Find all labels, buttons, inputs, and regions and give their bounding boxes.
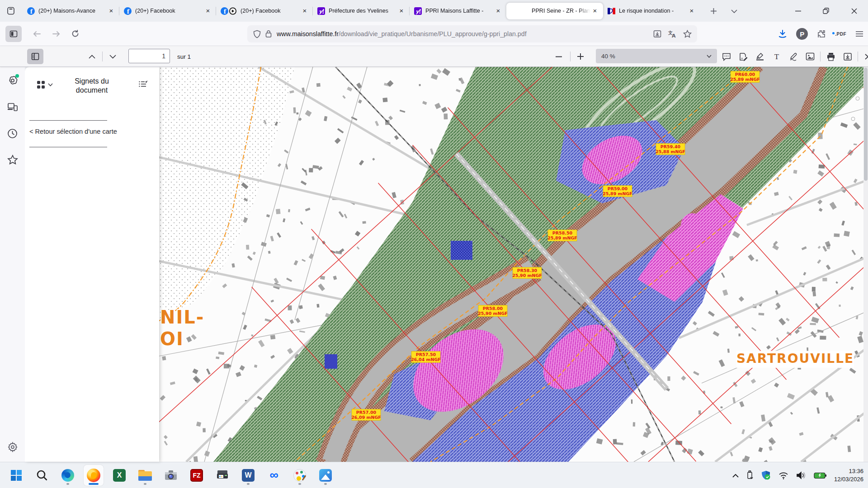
tab-close-icon[interactable]: × [494, 6, 503, 15]
bookmarks-star-icon[interactable] [5, 152, 20, 167]
back-icon[interactable] [29, 26, 45, 42]
panel-header: Signets du document [25, 76, 159, 108]
synced-tabs-icon[interactable] [5, 99, 20, 115]
taskbar-clock[interactable]: 13:36 12/03/2026 [834, 467, 863, 483]
print-icon[interactable] [822, 49, 839, 64]
url-text[interactable]: www.maisonslaffitte.fr/download/vie_prat… [277, 30, 653, 38]
chatgpt-icon[interactable] [5, 73, 20, 89]
pdf-extension-icon[interactable]: .PDF [835, 32, 846, 37]
tab-close-icon[interactable]: × [590, 6, 599, 15]
window-minimize-icon[interactable] [784, 0, 812, 22]
windows-taskbar: XFZW∞ 13:36 12/03/2026 [0, 462, 868, 488]
scrollbar-thumb[interactable] [864, 68, 868, 181]
outline-list-icon[interactable] [138, 80, 148, 89]
download-pdf-icon[interactable] [839, 49, 856, 64]
tab-label: Le risque inondation - [619, 8, 687, 14]
taskbar-firefox-icon[interactable] [84, 465, 104, 486]
taskbar-meta-icon[interactable]: ∞ [264, 465, 284, 486]
volume-icon[interactable] [796, 471, 806, 479]
tab-4[interactable]: yPPRI Maisons Laffitte -× [410, 3, 506, 19]
taskbar-explorer-icon[interactable] [135, 465, 155, 486]
taskbar-edge-icon[interactable] [58, 465, 78, 486]
taskbar-photos-icon[interactable] [316, 465, 335, 486]
next-page-icon[interactable] [104, 49, 121, 64]
url-bar[interactable]: www.maisonslaffitte.fr/download/vie_prat… [247, 25, 697, 42]
tab-6[interactable]: Le risque inondation -× [603, 3, 700, 19]
comment-icon[interactable] [718, 49, 735, 64]
windows-security-icon[interactable] [761, 470, 771, 480]
insert-image-icon[interactable] [802, 49, 818, 64]
tab-close-icon[interactable]: × [687, 6, 696, 15]
window-restore-icon[interactable] [812, 0, 840, 22]
tray-expand-icon[interactable] [732, 474, 739, 478]
svg-text:PR58.30: PR58.30 [517, 268, 538, 273]
sidebar-settings-gear-icon[interactable] [5, 439, 20, 455]
pdf-tools: T [718, 49, 868, 64]
downloads-icon[interactable] [778, 29, 787, 38]
shield-icon[interactable] [253, 30, 261, 38]
extensions-puzzle-icon[interactable] [817, 29, 826, 38]
svg-text:25,89 mNGF: 25,89 mNGF [730, 77, 760, 82]
bookmark-back-link[interactable]: < Retour sélection d'une carte [29, 128, 159, 135]
tab-close-icon[interactable]: × [300, 6, 309, 15]
svg-text:PR57.50: PR57.50 [416, 352, 436, 357]
history-clock-icon[interactable] [5, 126, 20, 141]
translate-icon[interactable]: 文A [668, 30, 677, 38]
svg-text:OI: OI [160, 328, 184, 349]
firefox-view-icon[interactable] [3, 3, 19, 19]
draw-icon[interactable] [785, 49, 802, 64]
previous-page-icon[interactable] [84, 49, 100, 64]
taskbar-start-icon[interactable] [6, 465, 26, 486]
pdf-bookmarks-panel: Signets du document < Retour sélection d… [25, 67, 159, 462]
pr-elevation-marker: PR59.0025,89 mNGF [603, 186, 632, 197]
sign-document-icon[interactable] [735, 49, 751, 64]
zoom-in-icon[interactable] [572, 49, 589, 64]
page-number-input[interactable] [128, 49, 170, 63]
tab-1[interactable]: f(20+) Facebook× [119, 3, 216, 19]
svg-text:PR58.00: PR58.00 [483, 306, 503, 311]
forward-icon[interactable] [48, 26, 64, 42]
list-all-tabs-icon[interactable] [727, 4, 741, 18]
thumbnail-grid-icon[interactable] [37, 80, 53, 89]
tab-2[interactable]: f(20+) Facebook× [216, 3, 313, 19]
svg-text:A: A [672, 33, 676, 38]
pdf-scrollbar[interactable] [863, 67, 868, 462]
taskbar-camera-icon[interactable] [161, 465, 181, 486]
lock-icon[interactable] [265, 30, 272, 38]
new-tab-button[interactable] [706, 4, 721, 18]
taskbar-excel-icon[interactable]: X [109, 465, 129, 486]
zoom-out-icon[interactable] [551, 49, 567, 64]
pdf-sidebar-toggle-icon[interactable] [27, 49, 43, 64]
taskbar-scanner-icon[interactable] [212, 465, 232, 486]
svg-text:25,89 mNGF: 25,89 mNGF [547, 235, 577, 240]
bookmark-star-icon[interactable] [683, 30, 692, 38]
taskbar-paint-icon[interactable] [290, 465, 310, 486]
save-page-icon[interactable] [653, 30, 661, 38]
highlight-icon[interactable] [751, 49, 768, 64]
add-text-icon[interactable]: T [768, 49, 785, 64]
pdf-map-viewport[interactable]: PR60.0025,89 mNGFPR59.4025,88 mNGFPR59.0… [159, 67, 868, 462]
sidebar-toggle-icon[interactable] [5, 26, 22, 42]
url-actions: 文A [653, 30, 692, 38]
taskbar-filezilla-icon[interactable]: FZ [187, 465, 207, 486]
taskbar-word-icon[interactable]: W [238, 465, 258, 486]
tab-close-icon[interactable]: × [203, 6, 212, 15]
reload-icon[interactable] [67, 26, 83, 42]
more-tools-icon[interactable] [860, 49, 868, 64]
battery-icon[interactable] [814, 472, 826, 479]
menu-hamburger-icon[interactable] [855, 31, 863, 37]
tab-0[interactable]: f(20+) Maisons-Avance× [23, 3, 119, 19]
tab-close-icon[interactable]: × [397, 6, 406, 15]
svg-text:PR60.00: PR60.00 [735, 72, 755, 77]
wifi-icon[interactable] [778, 472, 788, 479]
tab-3[interactable]: yPréfecture des Yvelines× [313, 3, 410, 19]
profile-badge-icon[interactable]: P [796, 28, 808, 40]
tab-5-active[interactable]: PPRI Seine - ZR - Planc× [506, 3, 603, 19]
tab-close-icon[interactable]: × [107, 6, 116, 15]
url-domain: www.maisonslaffitte.fr [277, 30, 339, 38]
svg-text:26,04 mNGF: 26,04 mNGF [411, 357, 441, 362]
zoom-level-select[interactable]: 40 % [596, 49, 717, 63]
window-close-icon[interactable] [840, 0, 868, 22]
usb-device-icon[interactable] [746, 470, 753, 480]
taskbar-search-icon[interactable] [32, 465, 52, 486]
